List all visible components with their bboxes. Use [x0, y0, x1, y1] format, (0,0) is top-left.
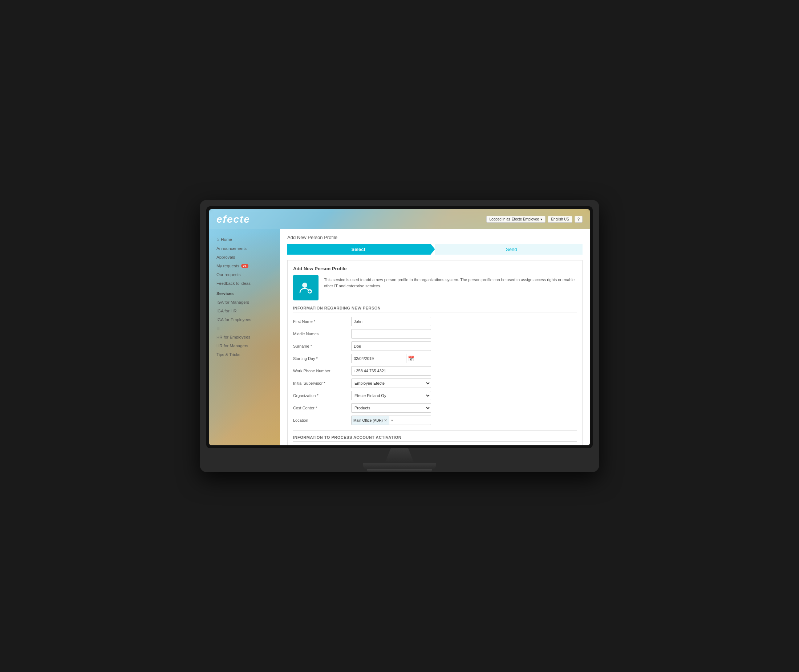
logged-in-badge: Logged in as Efecte Employee ▾ [486, 216, 546, 223]
field-row-middle-names: Middle Names [293, 329, 577, 339]
label-cost-center: Cost Center * [293, 406, 351, 410]
input-first-name[interactable] [351, 317, 431, 326]
field-row-first-name: First Name * [293, 317, 577, 326]
location-dropdown-icon[interactable]: ▾ [389, 418, 395, 422]
top-header: efecte Logged in as Efecte Employee ▾ En… [209, 209, 590, 229]
stand-base [363, 463, 436, 469]
service-icon [293, 275, 318, 301]
step-select-label: Select [352, 246, 365, 252]
sidebar-label-services: Services [216, 291, 233, 296]
sidebar-section-services: Services [209, 289, 280, 298]
home-icon [216, 237, 219, 242]
help-button[interactable]: ? [575, 216, 583, 223]
stand-reflection [367, 469, 432, 472]
label-surname: Surname * [293, 344, 351, 348]
field-row-work-phone: Work Phone Number [293, 366, 577, 376]
stand-neck [385, 448, 414, 463]
card-title: Add New Person Profile [293, 266, 577, 271]
section1-title: INFORMATION REGARDING NEW PERSON [293, 306, 577, 312]
label-work-phone: Work Phone Number [293, 369, 351, 373]
sidebar-item-announcements[interactable]: Announcements [209, 244, 280, 253]
calendar-icon[interactable]: 📅 [408, 355, 414, 362]
sidebar-item-iga-hr[interactable]: IGA for HR [209, 307, 280, 315]
sidebar-label-my-requests: My requests [216, 264, 239, 268]
sidebar-label-it: IT [216, 326, 220, 331]
steps-bar: Select Send [287, 244, 583, 254]
language-selector[interactable]: English US [548, 216, 572, 223]
label-supervisor: Initial Supervisor * [293, 381, 351, 386]
sidebar-item-home[interactable]: Home [209, 235, 280, 244]
sidebar-label-feedback: Feedback to ideas [216, 281, 251, 285]
my-requests-badge: 21 [241, 264, 248, 268]
dropdown-arrow-icon[interactable]: ▾ [540, 217, 542, 221]
label-starting-day: Starting Day * [293, 356, 351, 361]
svg-point-0 [302, 283, 307, 288]
sidebar-label-hr-managers: HR for Managers [216, 344, 248, 348]
person-add-icon [299, 280, 313, 295]
logged-in-user: Efecte Employee [512, 217, 539, 221]
sidebar-label-announcements: Announcements [216, 246, 247, 251]
form-header: This service is used to add a new person… [293, 275, 577, 301]
label-location: Location [293, 418, 351, 422]
sidebar-label-iga-managers: IGA for Managers [216, 300, 249, 304]
monitor: efecte Logged in as Efecte Employee ▾ En… [200, 200, 599, 472]
screen: efecte Logged in as Efecte Employee ▾ En… [209, 209, 590, 445]
field-row-supervisor: Initial Supervisor * Employee Efecte [293, 379, 577, 388]
sidebar-item-hr-employees[interactable]: HR for Employees [209, 333, 280, 341]
step-send-label: Send [506, 246, 517, 252]
sidebar-item-feedback[interactable]: Feedback to ideas [209, 279, 280, 288]
breadcrumb: Add New Person Profile [287, 235, 583, 240]
select-cost-center[interactable]: Products [351, 403, 431, 413]
sidebar-item-my-requests[interactable]: My requests 21 [209, 262, 280, 270]
sidebar-item-tips[interactable]: Tips & Tricks [209, 350, 280, 359]
location-value: Main Office (ADR) [353, 418, 383, 422]
sidebar-item-hr-managers[interactable]: HR for Managers [209, 341, 280, 350]
sidebar-item-iga-managers[interactable]: IGA for Managers [209, 298, 280, 307]
step-select[interactable]: Select [287, 244, 435, 254]
section2-title: INFORMATION TO PROCESS ACCOUNT ACTIVATIO… [293, 435, 577, 442]
date-wrapper: 📅 [351, 354, 414, 363]
sidebar-label-our-requests: Our requests [216, 272, 240, 277]
sidebar-label-home: Home [221, 237, 232, 242]
logged-in-label: Logged in as [490, 217, 510, 221]
field-row-organization: Organization * Efecte Finland Oy [293, 391, 577, 400]
location-tag: Main Office (ADR) ✕ [352, 416, 389, 425]
main-content: Add New Person Profile Select Send Add N… [280, 229, 590, 445]
field-row-location: Location Main Office (ADR) ✕ ▾ [293, 416, 577, 425]
input-work-phone[interactable] [351, 366, 431, 376]
sidebar-label-iga-employees: IGA for Employees [216, 317, 251, 322]
sidebar-label-tips: Tips & Tricks [216, 352, 240, 357]
select-supervisor[interactable]: Employee Efecte [351, 379, 431, 388]
sidebar-label-iga-hr: IGA for HR [216, 309, 237, 313]
sidebar-item-approvals[interactable]: Approvals [209, 253, 280, 262]
field-row-starting-day: Starting Day * 📅 [293, 354, 577, 363]
logo: efecte [216, 214, 250, 225]
label-first-name: First Name * [293, 319, 351, 324]
form-card: Add New Person Profile This service [287, 260, 583, 445]
sidebar-label-approvals: Approvals [216, 255, 235, 259]
label-middle-names: Middle Names [293, 332, 351, 336]
sidebar-label-hr-employees: HR for Employees [216, 335, 250, 339]
input-surname[interactable] [351, 341, 431, 351]
monitor-stand [206, 448, 593, 472]
location-remove-icon[interactable]: ✕ [384, 418, 387, 423]
section-divider [293, 430, 577, 431]
sidebar: Home Announcements Approvals My requests… [209, 229, 280, 445]
input-middle-names[interactable] [351, 329, 431, 339]
field-row-surname: Surname * [293, 341, 577, 351]
select-organization[interactable]: Efecte Finland Oy [351, 391, 431, 400]
location-wrapper: Main Office (ADR) ✕ ▾ [351, 416, 431, 425]
field-row-cost-center: Cost Center * Products [293, 403, 577, 413]
sidebar-item-it[interactable]: IT [209, 324, 280, 333]
label-organization: Organization * [293, 394, 351, 398]
sidebar-item-our-requests[interactable]: Our requests [209, 270, 280, 279]
service-description: This service is used to add a new person… [324, 275, 577, 289]
step-send[interactable]: Send [435, 244, 583, 254]
input-starting-day[interactable] [351, 354, 406, 363]
sidebar-item-iga-employees[interactable]: IGA for Employees [209, 315, 280, 324]
header-right: Logged in as Efecte Employee ▾ English U… [486, 216, 583, 223]
screen-bezel: efecte Logged in as Efecte Employee ▾ En… [206, 206, 593, 448]
